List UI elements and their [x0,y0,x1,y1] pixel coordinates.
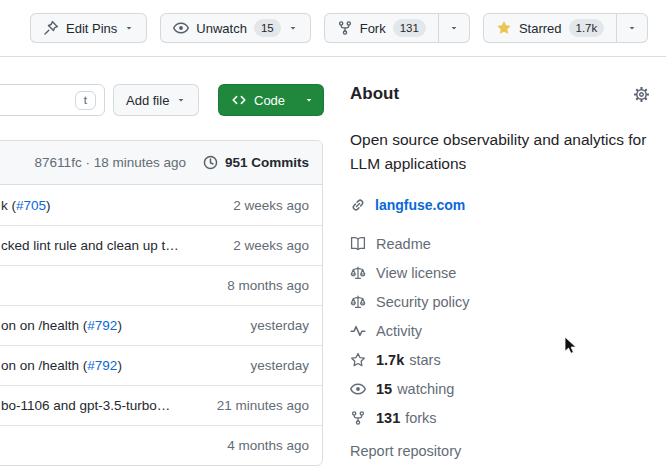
add-file-label: Add file [126,93,169,108]
star-dropdown-button[interactable] [616,13,648,43]
about-stat-stars[interactable]: 1.7k stars [350,352,650,368]
commit-date[interactable]: 4 months ago [227,438,309,453]
fork-button[interactable]: Fork 131 [324,13,438,43]
fork-icon [337,20,353,36]
history-icon [202,154,219,171]
edit-pins-button[interactable]: Edit Pins [30,13,147,43]
chevron-down-icon [124,23,134,33]
book-icon [350,236,366,252]
chevron-down-icon [627,23,637,33]
shortcut-keycap: t [75,91,96,110]
eye-icon [350,381,366,397]
repo-toolbar: t Add file Code [0,84,335,116]
eye-icon [173,20,189,36]
unwatch-label: Unwatch [196,21,247,36]
commit-date[interactable]: yesterday [250,318,309,333]
about-links: Readme View license Security policy Acti… [350,236,650,426]
stars-count-badge: 1.7k [569,19,605,37]
go-to-file-input[interactable]: t [0,84,105,116]
code-label: Code [254,93,285,108]
gear-icon[interactable] [633,86,650,103]
fork-label: Fork [360,21,386,36]
commit-message: on on /health (#792) [1,318,238,333]
table-row[interactable]: 8 months ago [0,265,322,305]
starred-label: Starred [519,21,562,36]
star-split-button: Starred 1.7k [483,13,648,43]
pulse-icon [350,323,366,339]
commit-message: k (#705) [1,198,221,213]
about-stat-forks[interactable]: 131 forks [350,410,650,426]
pr-link[interactable]: #792 [87,318,117,333]
commit-date[interactable]: 2 weeks ago [233,198,309,213]
watchers-count-badge: 15 [254,19,281,37]
about-link-license[interactable]: View license [350,265,650,281]
about-link-security[interactable]: Security policy [350,294,650,310]
table-row[interactable]: 4 months ago [0,425,322,465]
chevron-down-icon [176,95,186,105]
table-row[interactable]: bo-1106 and gpt-3.5-turbo… 21 minutes ag… [0,385,322,425]
forks-count-badge: 131 [393,19,426,37]
commit-date[interactable]: 2 weeks ago [233,238,309,253]
link-icon [350,197,366,213]
about-link-activity[interactable]: Activity [350,323,650,339]
commits-link[interactable]: 951 Commits [202,154,309,171]
code-icon [231,92,247,108]
table-row[interactable]: on on /health (#792) yesterday [0,305,322,345]
code-button[interactable]: Code [218,84,324,116]
repo-description: Open source observability and analytics … [350,128,650,176]
commit-message: on on /health (#792) [1,358,238,373]
pr-link[interactable]: #792 [87,358,117,373]
repo-actions-bar: Edit Pins Unwatch 15 Fork 131 Starred 1.… [0,0,666,57]
report-repository-link[interactable]: Report repository [350,443,650,459]
commit-date[interactable]: 21 minutes ago [217,398,309,413]
fork-dropdown-button[interactable] [438,13,470,43]
about-stat-watching[interactable]: 15 watching [350,381,650,397]
law-icon [350,294,366,310]
commit-message: cked lint rule and clean up t… [1,238,221,253]
code-dropdown-button[interactable] [295,95,323,105]
commit-message: bo-1106 and gpt-3.5-turbo… [1,398,205,413]
table-row[interactable]: k (#705) 2 weeks ago [0,185,322,225]
fork-split-button: Fork 131 [324,13,470,43]
law-icon [350,265,366,281]
about-section: About Open source observability and anal… [350,84,650,459]
star-icon [496,20,512,36]
commits-count: 951 Commits [225,155,309,170]
star-icon [350,352,366,368]
about-link-readme[interactable]: Readme [350,236,650,252]
commit-date[interactable]: yesterday [250,358,309,373]
starred-button[interactable]: Starred 1.7k [483,13,616,43]
table-row[interactable]: cked lint rule and clean up t… 2 weeks a… [0,225,322,265]
commit-sha-time[interactable]: 87611fc · 18 minutes ago [35,155,186,170]
latest-commit-bar: 87611fc · 18 minutes ago 951 Commits [0,141,322,185]
pr-link[interactable]: #705 [16,198,46,213]
chevron-down-icon [449,23,459,33]
website-link[interactable]: langfuse.com [375,197,465,213]
add-file-button[interactable]: Add file [113,84,199,116]
table-row[interactable]: on on /health (#792) yesterday [0,345,322,385]
unwatch-button[interactable]: Unwatch 15 [160,13,310,43]
commit-date[interactable]: 8 months ago [227,278,309,293]
chevron-down-icon [288,23,298,33]
fork-icon [350,410,366,426]
about-title: About [350,84,399,104]
pin-icon [43,20,59,36]
chevron-down-icon [304,95,314,105]
edit-pins-label: Edit Pins [66,21,117,36]
file-table: 87611fc · 18 minutes ago 951 Commits k (… [0,140,323,466]
